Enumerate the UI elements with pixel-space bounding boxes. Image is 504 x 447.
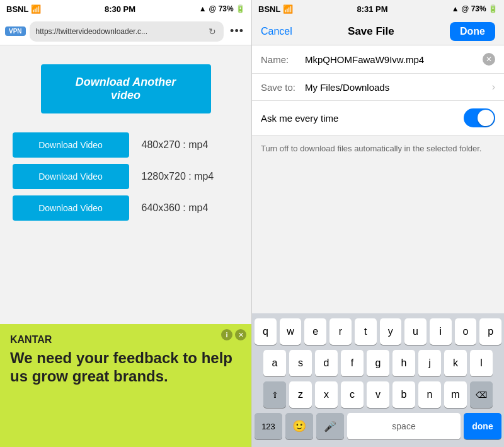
key-p[interactable]: p — [479, 318, 501, 345]
status-left-info-right: BSNL 📶 — [258, 4, 293, 14]
name-row: Name: MkpQHOMFawaW9Ivw.mp4 ✕ — [252, 45, 504, 74]
ask-every-time-toggle[interactable] — [464, 108, 495, 127]
browser-bar: VPN https://twittervideodownloader.c... … — [0, 18, 251, 45]
key-o[interactable]: o — [455, 318, 477, 345]
keyboard-row-1: q w e r t y u i o p — [255, 318, 501, 345]
chevron-right-icon: › — [492, 81, 495, 93]
status-bar-right: BSNL 📶 8:31 PM ▲ @ 73% 🔋 — [252, 0, 504, 18]
wifi-icon-right: 📶 — [283, 4, 293, 14]
battery-icon: @ 73% 🔋 — [209, 4, 245, 13]
ask-every-time-row: Ask me every time — [252, 101, 504, 136]
key-r[interactable]: r — [329, 318, 352, 345]
ask-every-time-label: Ask me every time — [261, 113, 464, 124]
vpn-badge: VPN — [5, 26, 26, 36]
status-bar-left: BSNL 📶 8:30 PM ▲ @ 73% 🔋 — [0, 0, 251, 18]
key-t[interactable]: t — [355, 318, 377, 345]
key-e[interactable]: e — [304, 318, 326, 345]
video-row-3: Download Video 640x360 : mp4 — [13, 195, 239, 221]
status-left-info: BSNL 📶 — [6, 4, 41, 14]
ad-brand: KANTAR — [10, 334, 241, 345]
nav-icon-right: ▲ — [452, 4, 459, 13]
video-row-2: Download Video 1280x720 : mp4 — [13, 164, 239, 189]
key-m[interactable]: m — [444, 381, 467, 408]
key-k[interactable]: k — [444, 350, 467, 376]
name-label: Name: — [261, 54, 305, 65]
emoji-key[interactable]: 🙂 — [285, 413, 313, 439]
key-z[interactable]: z — [289, 381, 312, 408]
key-d[interactable]: d — [315, 350, 338, 376]
quality-label-2: 1280x720 : mp4 — [142, 171, 214, 182]
cancel-button[interactable]: Cancel — [261, 26, 292, 37]
key-i[interactable]: i — [430, 318, 452, 345]
backspace-key[interactable]: ⌫ — [470, 381, 493, 408]
download-video-button-1[interactable]: Download Video — [13, 132, 129, 158]
time-right: 8:31 PM — [357, 4, 387, 14]
ad-banner: i ✕ KANTAR We need your feedback to help… — [0, 324, 251, 447]
keyboard-row-2: a s d f g h j k l — [255, 350, 501, 376]
battery-icon-right: @ 73% 🔋 — [462, 4, 498, 13]
save-file-dialog: Cancel Save File Done Name: MkpQHOMFawaW… — [252, 18, 504, 447]
quality-label-3: 640x360 : mp4 — [142, 202, 209, 214]
key-f[interactable]: f — [341, 350, 364, 376]
mic-key[interactable]: 🎤 — [316, 413, 344, 439]
toggle-knob — [478, 110, 494, 126]
wifi-icon: 📶 — [31, 4, 41, 14]
name-value: MkpQHOMFawaW9Ivw.mp4 — [305, 54, 483, 65]
download-video-button-2[interactable]: Download Video — [13, 164, 129, 189]
done-key[interactable]: done — [464, 413, 501, 439]
key-n[interactable]: n — [418, 381, 441, 408]
dialog-title: Save File — [348, 25, 394, 38]
key-q[interactable]: q — [255, 318, 277, 345]
url-bar[interactable]: https://twittervideodownloader.c... ↻ — [30, 21, 224, 42]
clear-icon[interactable]: ✕ — [483, 53, 495, 66]
save-to-label: Save to: — [261, 82, 305, 93]
ad-close-icon[interactable]: ✕ — [235, 329, 246, 340]
save-to-value: My Files/Downloads — [305, 82, 492, 93]
key-b[interactable]: b — [392, 381, 415, 408]
key-x[interactable]: x — [315, 381, 338, 408]
key-l[interactable]: l — [470, 350, 493, 376]
keyboard-row-3: ⇧ z x c v b n m ⌫ — [255, 381, 501, 408]
form-section: Name: MkpQHOMFawaW9Ivw.mp4 ✕ Save to: My… — [252, 45, 504, 136]
shift-key[interactable]: ⇧ — [263, 381, 286, 408]
left-panel: BSNL 📶 8:30 PM ▲ @ 73% 🔋 VPN https://twi… — [0, 0, 252, 447]
status-right-info-right: ▲ @ 73% 🔋 — [452, 4, 498, 13]
number-key[interactable]: 123 — [255, 413, 282, 439]
key-u[interactable]: u — [404, 318, 427, 345]
video-row-1: Download Video 480x270 : mp4 — [13, 132, 239, 158]
right-panel: BSNL 📶 8:31 PM ▲ @ 73% 🔋 Cancel Save Fil… — [252, 0, 504, 447]
key-g[interactable]: g — [367, 350, 389, 376]
key-a[interactable]: a — [263, 350, 286, 376]
keyboard-row-4: 123 🙂 🎤 space done — [255, 413, 501, 439]
key-w[interactable]: w — [280, 318, 302, 345]
carrier-left: BSNL — [6, 4, 28, 14]
reload-icon[interactable]: ↻ — [207, 26, 217, 37]
key-y[interactable]: y — [380, 318, 402, 345]
time-left: 8:30 PM — [105, 4, 135, 14]
keyboard-area: q w e r t y u i o p a s d f g h j k — [252, 313, 504, 447]
ad-info-icon[interactable]: i — [221, 329, 232, 340]
quality-label-1: 480x270 : mp4 — [142, 139, 209, 151]
save-to-row[interactable]: Save to: My Files/Downloads › — [252, 74, 504, 101]
key-v[interactable]: v — [367, 381, 389, 408]
dots-menu[interactable]: ••• — [227, 25, 246, 38]
carrier-right: BSNL — [258, 4, 280, 14]
key-h[interactable]: h — [392, 350, 415, 376]
dialog-nav: Cancel Save File Done — [252, 18, 504, 45]
download-another-button[interactable]: Download Another video — [41, 64, 211, 113]
url-text: https://twittervideodownloader.c... — [36, 27, 204, 36]
download-video-button-3[interactable]: Download Video — [13, 195, 129, 221]
key-j[interactable]: j — [418, 350, 441, 376]
ad-text: We need your feedback to help us grow gr… — [10, 349, 241, 386]
nav-icon: ▲ — [199, 4, 207, 13]
done-button[interactable]: Done — [450, 22, 495, 41]
key-s[interactable]: s — [289, 350, 312, 376]
desc-text: Turn off to download files automatically… — [252, 136, 504, 162]
key-c[interactable]: c — [341, 381, 364, 408]
space-key[interactable]: space — [347, 413, 461, 439]
status-right-info-left: ▲ @ 73% 🔋 — [199, 4, 245, 13]
